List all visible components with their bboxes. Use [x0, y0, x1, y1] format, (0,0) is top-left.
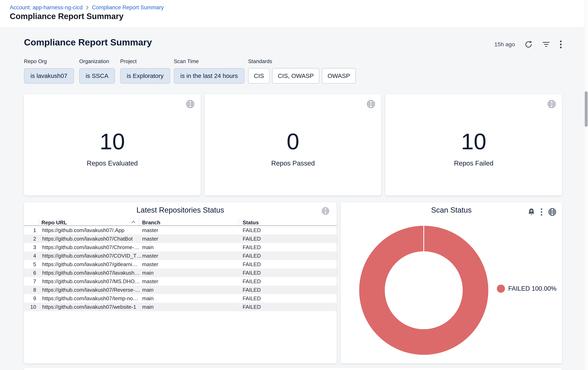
- last-updated-label: 15h ago: [494, 41, 515, 48]
- scrollbar-thumb[interactable]: [585, 91, 588, 127]
- panel-actions: [527, 208, 557, 216]
- filter-chip-standard-cis-owasp[interactable]: CIS, OWASP: [272, 68, 319, 84]
- table-row: 5 https://github.com/lavakush07/gitlearn…: [24, 260, 337, 269]
- branch-cell: master: [142, 277, 158, 286]
- column-header-branch[interactable]: Branch: [142, 220, 160, 226]
- filter-label: Organization: [79, 58, 115, 64]
- branch-cell: master: [142, 226, 158, 234]
- row-index: 6: [24, 269, 36, 277]
- breadcrumb-page-link[interactable]: Compliance Report Summary: [92, 4, 164, 11]
- table-panel-title: Latest Repositories Status: [24, 206, 337, 214]
- repo-url-cell: https://github.com/lavakush07/.App: [42, 226, 125, 234]
- status-cell: FAILED: [243, 243, 261, 251]
- filter-chip-standard-cis[interactable]: CIS: [248, 68, 270, 84]
- sort-ascending-icon[interactable]: [131, 220, 136, 225]
- branch-cell: main: [142, 243, 154, 251]
- repo-url-cell: https://github.com/lavakush07/COVID_T…: [42, 251, 142, 260]
- chart-legend[interactable]: FAILED 100.00%: [497, 285, 556, 293]
- globe-icon[interactable]: [186, 100, 195, 110]
- filter-icon[interactable]: [542, 40, 550, 48]
- branch-cell: master: [142, 251, 158, 260]
- filter-chip-repo-org[interactable]: is lavakush07: [24, 68, 74, 84]
- globe-icon[interactable]: [547, 100, 556, 110]
- globe-icon[interactable]: [366, 100, 376, 110]
- row-index: 5: [24, 260, 36, 269]
- stat-label: Repos Passed: [205, 160, 381, 167]
- stat-value: 0: [205, 130, 381, 153]
- repo-url-cell: https://github.com/lavakush07/Chrome-…: [42, 243, 139, 251]
- row-index: 9: [24, 294, 36, 303]
- scrollbar-track[interactable]: [584, 0, 588, 370]
- row-index: 3: [24, 243, 36, 251]
- bottom-panel: [24, 368, 562, 370]
- stat-card-repos-passed: 0 Repos Passed: [205, 94, 381, 196]
- column-header-status[interactable]: Status: [243, 220, 259, 226]
- status-cell: FAILED: [243, 269, 261, 277]
- legend-marker-failed: [497, 285, 505, 293]
- filter-label: Scan Time: [174, 58, 244, 64]
- status-cell: FAILED: [243, 251, 261, 260]
- dashboard-title: Compliance Report Summary: [24, 37, 152, 48]
- status-cell: FAILED: [243, 234, 261, 243]
- filter-group-scan-time: Scan Time is in the last 24 hours: [174, 58, 244, 84]
- filter-label: Repo Org: [24, 58, 74, 64]
- breadcrumb: Account: app-harness-ng-cicd Compliance …: [10, 4, 164, 11]
- status-cell: FAILED: [243, 277, 261, 286]
- latest-repositories-status-panel: Latest Repositories Status Repo URL Bran…: [24, 202, 337, 363]
- breadcrumb-chevron-icon: [86, 5, 89, 10]
- kebab-menu-icon[interactable]: [540, 208, 543, 216]
- repo-url-cell: https://github.com/lavakush07/temp-no…: [42, 294, 138, 303]
- repo-url-cell: https://github.com/lavakush07/MS.DHO…: [42, 277, 140, 286]
- dashboard-controls: 15h ago: [494, 40, 562, 49]
- filter-label: Project: [120, 58, 170, 64]
- branch-cell: main: [142, 286, 154, 294]
- filter-chip-project[interactable]: is Exploratory: [120, 68, 170, 84]
- table-row: 10 https://github.com/lavakush07/website…: [24, 303, 337, 311]
- repo-url-cell: https://github.com/lavakush07/gitlearni…: [42, 260, 137, 269]
- stat-card-repos-failed: 10 Repos Failed: [385, 94, 562, 196]
- stat-label: Repos Failed: [385, 160, 562, 167]
- repo-url-cell: https://github.com/lavakush07/website-1: [42, 303, 136, 311]
- row-index: 1: [24, 226, 36, 234]
- repo-url-cell: https://github.com/lavakush07/lavakush…: [42, 269, 140, 277]
- filter-group-organization: Organization is SSCA: [79, 58, 115, 84]
- table-row: 1 https://github.com/lavakush07/.App mas…: [24, 226, 337, 234]
- status-cell: FAILED: [243, 303, 261, 311]
- stat-card-repos-evaluated: 10 Repos Evaluated: [24, 94, 201, 196]
- filter-chip-organization[interactable]: is SSCA: [79, 68, 115, 84]
- branch-cell: main: [142, 269, 154, 277]
- branch-cell: master: [142, 234, 158, 243]
- row-index: 2: [24, 234, 36, 243]
- filter-chip-scan-time[interactable]: is in the last 24 hours: [174, 68, 244, 84]
- top-header-bar: Account: app-harness-ng-cicd Compliance …: [0, 0, 588, 28]
- repo-url-cell: https://github.com/lavakush07/ChatBot: [42, 234, 133, 243]
- donut-slice-failed[interactable]: [372, 239, 475, 342]
- table-row: 3 https://github.com/lavakush07/Chrome-……: [24, 243, 337, 251]
- page-title: Compliance Report Summary: [10, 12, 124, 21]
- table-row: 4 https://github.com/lavakush07/COVID_T……: [24, 251, 337, 260]
- status-cell: FAILED: [243, 226, 261, 234]
- stat-label: Repos Evaluated: [24, 160, 201, 167]
- legend-label-failed: FAILED 100.00%: [508, 285, 556, 292]
- globe-icon[interactable]: [321, 207, 330, 216]
- filter-chip-standard-owasp[interactable]: OWASP: [322, 68, 356, 84]
- filter-group-repo-org: Repo Org is lavakush07: [24, 58, 74, 84]
- status-cell: FAILED: [243, 260, 261, 269]
- status-cell: FAILED: [243, 294, 261, 303]
- branch-cell: master: [142, 260, 158, 269]
- stat-value: 10: [24, 130, 201, 153]
- status-cell: FAILED: [243, 286, 261, 294]
- globe-icon[interactable]: [548, 208, 557, 216]
- alert-bell-icon[interactable]: [527, 208, 535, 216]
- column-header-repo-url[interactable]: Repo URL: [42, 220, 67, 226]
- refresh-icon[interactable]: [524, 40, 533, 49]
- breadcrumb-account-link[interactable]: Account: app-harness-ng-cicd: [10, 4, 83, 11]
- filter-group-project: Project is Exploratory: [120, 58, 170, 84]
- table-row: 7 https://github.com/lavakush07/MS.DHO… …: [24, 277, 337, 286]
- table-row: 2 https://github.com/lavakush07/ChatBot …: [24, 234, 337, 243]
- row-index: 7: [24, 277, 36, 286]
- table-row: 6 https://github.com/lavakush07/lavakush…: [24, 269, 337, 277]
- scan-status-donut-chart[interactable]: [359, 225, 489, 355]
- table-row: 9 https://github.com/lavakush07/temp-no……: [24, 294, 337, 303]
- kebab-menu-icon[interactable]: [560, 40, 562, 49]
